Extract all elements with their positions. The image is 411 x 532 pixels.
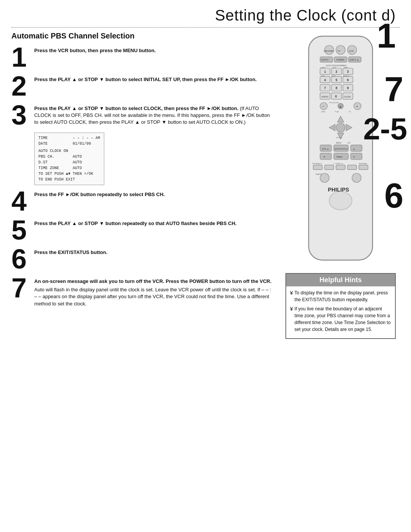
svg-text:SPEED: SPEED [322, 96, 328, 98]
right-column: 1 7 2-5 6 CBL/DBS TV VCR VCR/TV POWER [282, 28, 400, 339]
svg-text:4: 4 [324, 78, 326, 82]
svg-text:AUDIO/RATE: AUDIO/RATE [359, 163, 367, 165]
step-5: 5 Press the PLAY ▲ or STOP ▼ button repe… [11, 216, 274, 244]
overlay-number-1: 1 [377, 16, 396, 56]
svg-text:VCR: VCR [349, 50, 354, 52]
svg-text:EJECT ▲: EJECT ▲ [350, 59, 359, 61]
svg-text:STOP: STOP [332, 67, 336, 69]
svg-point-58 [336, 123, 345, 132]
hint-1-bullet: ¥ [290, 289, 293, 297]
svg-text:FF: FF [349, 111, 351, 113]
step-1-number: 1 [11, 43, 34, 71]
section-title: Automatic PBS Channel Selection [11, 32, 274, 40]
svg-rect-68 [320, 153, 331, 160]
svg-point-85 [352, 173, 361, 182]
step-6-content: Press the EXIT/STATUS button. [34, 245, 274, 257]
step-3-number: 3 [11, 101, 34, 129]
svg-text:|<< INDEX ►►: |<< INDEX ►► [334, 163, 343, 165]
helpful-hints-title: Helpful Hints [286, 274, 395, 286]
svg-text:▼: ▼ [353, 156, 355, 158]
svg-text:SKIP SEARCH: SKIP SEARCH [312, 163, 322, 165]
svg-rect-79 [336, 165, 345, 169]
step-1: 1 Press the VCR button, then press the M… [11, 43, 274, 71]
step-4-text: Press the FF ►/OK button repeatedly to s… [34, 192, 165, 197]
svg-text:8: 8 [336, 86, 338, 90]
step-2-content: Press the PLAY ▲ or STOP ▼ button to sel… [34, 72, 274, 85]
svg-text:2: 2 [336, 70, 338, 73]
svg-text:CBL/DBS: CBL/DBS [324, 50, 334, 52]
svg-text:STOP ■: STOP ■ [336, 137, 342, 139]
hint-2-bullet: ¥ [290, 305, 293, 313]
step-3-content: Press the PLAY ▲ or STOP ▼ button to sel… [34, 101, 274, 128]
step-6-number: 6 [11, 245, 34, 273]
svg-text:DATE: DATE [344, 67, 348, 69]
remote-svg: CBL/DBS TV VCR VCR/TV POWER EJECT ▲ QUIC… [295, 32, 386, 269]
lcd-set-instruction: TO SET PUSH ▲▼ THEN >/OK [38, 171, 100, 177]
page-title: Setting the Clock (cont d) [215, 7, 396, 24]
svg-text:CH: CH [347, 142, 350, 144]
overlay-number-6: 6 [384, 176, 403, 216]
svg-text:WEEKLY: WEEKLY [343, 75, 349, 77]
svg-text:1: 1 [324, 70, 326, 73]
svg-text:+: + [356, 105, 358, 109]
svg-text:MENU: MENU [336, 142, 342, 144]
svg-text:DAILY: DAILY [331, 75, 336, 77]
step-7-normal: Auto will flash in the display panel unt… [34, 286, 274, 307]
step-1-text: Press the VCR button, then press the MEN… [34, 48, 156, 53]
svg-text:POWER: POWER [336, 59, 344, 61]
step-5-content: Press the PLAY ▲ or STOP ▼ button repeat… [34, 216, 274, 228]
lcd-row-dst: D.ST AUTO [38, 160, 100, 165]
step-7-content: An on-screen message will ask you to tur… [34, 274, 274, 309]
step-1-content: Press the VCR button, then press the MEN… [34, 43, 274, 56]
svg-text:VCR ▲: VCR ▲ [322, 148, 329, 150]
svg-text:TIMER: TIMER [336, 156, 342, 158]
step-7-bold: An on-screen message will ask you to tur… [34, 278, 271, 284]
svg-text:3: 3 [347, 70, 349, 73]
svg-point-87 [329, 192, 352, 210]
step-2: 2 Press the PLAY ▲ or STOP ▼ button to s… [11, 72, 274, 100]
lcd-row-timezone: TIME ZONE AUTO [38, 165, 100, 171]
svg-text:0: 0 [335, 94, 337, 98]
step-4-content: Press the FF ►/OK button repeatedly to s… [34, 187, 274, 200]
lcd-display: TIME – – : – – AM DATE 01/01/99 AUTO CLO… [34, 133, 104, 185]
svg-text:DBS: DBS [322, 75, 325, 77]
remote-control-image: CBL/DBS TV VCR VCR/TV POWER EJECT ▲ QUIC… [285, 32, 396, 269]
lcd-end-instruction: TO END PUSH EXIT [38, 177, 100, 182]
hint-2-text: If you live near the boundary of an adja… [295, 305, 391, 333]
svg-point-84 [320, 173, 329, 182]
main-layout: Automatic PBS Channel Selection 1 Press … [0, 28, 411, 339]
step-2-number: 2 [11, 72, 34, 100]
hint-1-text: To display the time on the display panel… [295, 289, 391, 303]
svg-text:►: ► [339, 105, 342, 109]
svg-text:–: – [322, 104, 324, 108]
step-2-text: Press the PLAY ▲ or STOP ▼ button to sel… [34, 77, 256, 82]
svg-text:7: 7 [324, 86, 326, 90]
hint-2: ¥ If you live near the boundary of an ad… [290, 305, 391, 333]
svg-text:5: 5 [336, 78, 338, 82]
step-4: 4 Press the FF ►/OK button repeatedly to… [11, 187, 274, 215]
page-header: Setting the Clock (cont d) [0, 0, 411, 24]
svg-text:PLAY: PLAY [335, 111, 339, 113]
step-7-number: 7 [11, 274, 34, 302]
helpful-hints-box: Helpful Hints ¥ To display the time on t… [285, 273, 396, 339]
lcd-auto-clock: AUTO CLOCK ON [38, 148, 100, 154]
lcd-row-time: TIME – – : – – AM [38, 135, 100, 141]
svg-rect-77 [313, 165, 322, 169]
step-3-bold: Press the PLAY ▲ or STOP ▼ button to sel… [34, 105, 239, 111]
lcd-row-pbsch: PBS CH. AUTO [38, 154, 100, 160]
svg-text:CLEAR: CLEAR [344, 96, 350, 98]
left-column: Automatic PBS Channel Selection 1 Press … [11, 28, 282, 339]
svg-text:STILL/SLOW: STILL/SLOW [329, 102, 339, 104]
svg-text:6: 6 [347, 78, 349, 82]
svg-text:TV: TV [338, 50, 341, 52]
svg-rect-66 [350, 145, 362, 152]
svg-text:9: 9 [347, 86, 349, 90]
step-5-number: 5 [11, 216, 34, 244]
overlay-number-25: 2-5 [363, 112, 407, 147]
step-3: 3 Press the PLAY ▲ or STOP ▼ button to s… [11, 101, 274, 129]
step-7: 7 An on-screen message will ask you to t… [11, 274, 274, 309]
svg-text:EXIT/STATUS: EXIT/STATUS [335, 148, 347, 150]
lcd-row-date: DATE 01/01/99 [38, 141, 100, 147]
svg-text:▲: ▲ [353, 148, 355, 150]
svg-text:▼: ▼ [323, 156, 325, 158]
